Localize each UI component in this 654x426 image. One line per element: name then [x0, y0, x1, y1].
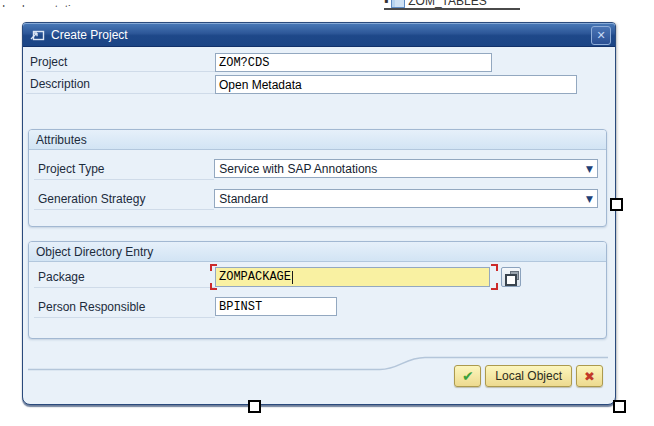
- close-button[interactable]: ✕: [591, 26, 611, 45]
- dialog-window-icon: [30, 29, 45, 41]
- object-directory-group-title: Object Directory Entry: [29, 242, 606, 262]
- attributes-group-title: Attributes: [29, 130, 606, 150]
- text-caret: [292, 271, 293, 284]
- background-text: Implementation: [2, 3, 84, 7]
- generation-strategy-row: Generation Strategy Standard ▼: [34, 188, 598, 210]
- object-directory-group: Object Directory Entry Package ZOMPACKAG…: [28, 241, 607, 339]
- person-responsible-label: Person Responsible: [34, 296, 215, 318]
- project-row: Project ZOM?CDS: [26, 52, 612, 72]
- footer-buttons: ✔ Local Object ✖: [454, 365, 603, 387]
- description-input[interactable]: Open Metadata: [215, 75, 577, 94]
- background-tree-item-implementation: Implementation: [2, 0, 92, 7]
- project-type-row: Project Type Service with SAP Annotation…: [34, 158, 598, 180]
- selection-bracket-icon: [210, 283, 217, 290]
- generation-strategy-value: Standard: [219, 192, 268, 206]
- red-x-icon: ✖: [584, 370, 595, 383]
- tree-bullet: ▪: [384, 0, 388, 8]
- package-input[interactable]: ZOMPACKAGE: [215, 267, 490, 287]
- project-label: Project: [26, 52, 215, 72]
- selection-bracket-icon: [210, 264, 217, 271]
- attributes-group: Attributes Project Type Service with SAP…: [28, 129, 607, 227]
- chevron-down-icon: ▼: [586, 164, 593, 174]
- dialog-titlebar[interactable]: Create Project ✕: [23, 23, 615, 47]
- package-value: ZOMPACKAGE: [219, 270, 291, 284]
- resize-handle-bottom[interactable]: [248, 400, 261, 413]
- project-input[interactable]: ZOM?CDS: [215, 53, 492, 72]
- close-icon: ✕: [596, 30, 605, 41]
- selection-bracket-icon: [491, 264, 498, 271]
- description-label: Description: [26, 74, 215, 94]
- resize-handle-right[interactable]: [610, 198, 623, 211]
- description-value: Open Metadata: [219, 78, 302, 92]
- project-type-value: Service with SAP Annotations: [219, 162, 377, 176]
- person-responsible-input[interactable]: BPINST: [215, 297, 337, 316]
- generation-strategy-dropdown[interactable]: Standard ▼: [214, 189, 598, 208]
- resize-handle-corner[interactable]: [613, 400, 626, 413]
- dialog-title: Create Project: [51, 28, 128, 42]
- overlapping-squares-icon: [505, 274, 517, 286]
- green-check-icon: ✔: [462, 369, 474, 383]
- package-label: Package: [34, 266, 215, 288]
- project-type-label: Project Type: [34, 158, 214, 180]
- description-row: Description Open Metadata: [26, 74, 612, 94]
- project-value: ZOM?CDS: [219, 56, 269, 70]
- chevron-down-icon: ▼: [586, 194, 593, 204]
- local-object-button[interactable]: Local Object: [485, 365, 572, 387]
- local-object-label: Local Object: [495, 369, 562, 383]
- generation-strategy-label: Generation Strategy: [34, 188, 214, 210]
- package-row: Package ZOMPACKAGE: [34, 266, 598, 288]
- create-project-dialog: Create Project ✕ Project ZOM?CDS Descrip…: [22, 22, 616, 405]
- background-tree-item-zom-tables: ▪ ZOM_TABLES: [384, 0, 520, 10]
- person-responsible-value: BPINST: [219, 300, 262, 314]
- person-responsible-row: Person Responsible BPINST: [34, 296, 598, 318]
- project-type-dropdown[interactable]: Service with SAP Annotations ▼: [214, 159, 598, 178]
- selection-bracket-icon: [491, 283, 498, 290]
- main-fields: Project ZOM?CDS Description Open Metadat…: [26, 52, 612, 96]
- background-text: ZOM_TABLES: [408, 0, 486, 8]
- table-icon: [391, 0, 405, 8]
- confirm-button[interactable]: ✔: [454, 365, 481, 387]
- f4-value-help-button[interactable]: [501, 267, 521, 287]
- cancel-button[interactable]: ✖: [576, 365, 603, 387]
